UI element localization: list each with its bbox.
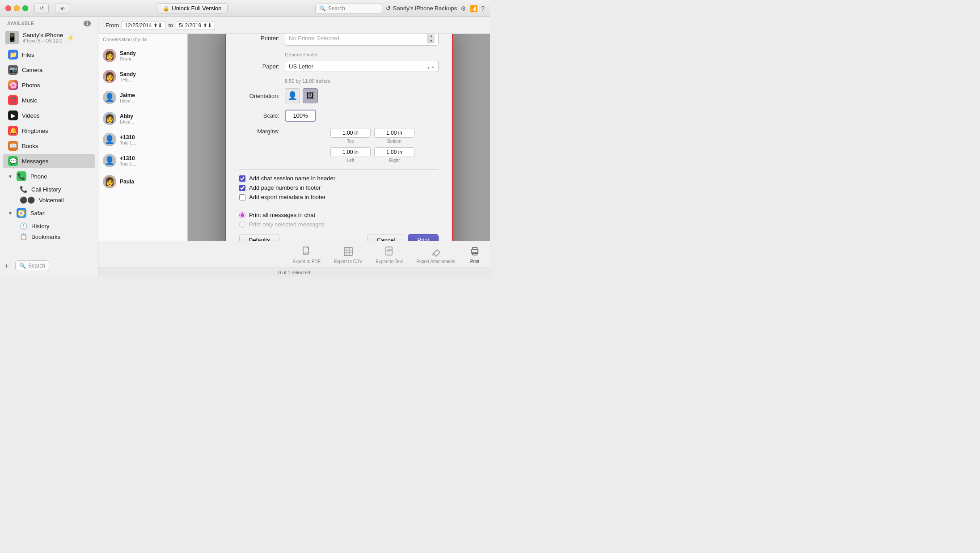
paper-dimensions: 8.50 by 11.00 inches — [285, 78, 439, 84]
radio-all-label: Print all messages in chat — [249, 212, 315, 218]
help-icon[interactable]: ? — [481, 5, 485, 12]
files-label: Files — [22, 51, 34, 58]
print-icon — [469, 245, 481, 258]
sidebar-item-bookmarks[interactable]: 📋 Bookmarks — [0, 231, 98, 242]
device-item[interactable]: 📱 Sandy's iPhone iPhone 8 - iOS 12.2 ⚡ — [0, 28, 98, 47]
device-avatar: 📱 — [5, 31, 19, 44]
landscape-button[interactable]: 🖼 — [303, 88, 318, 103]
close-button[interactable] — [5, 5, 11, 11]
export-csv-button[interactable]: Export to CSV — [334, 245, 362, 264]
paper-select[interactable]: US Letter ▲ ▼ — [285, 61, 439, 72]
videos-icon: ▶ — [8, 111, 18, 120]
conv-item-abby[interactable]: 👩 Abby Liked... — [98, 108, 187, 129]
paper-stepper[interactable]: ▲ ▼ — [427, 63, 435, 70]
unlock-button[interactable]: 🔒 Unlock Full Version — [157, 3, 227, 13]
conv-item-sandy1[interactable]: 👩 Sandy Soyhi... — [98, 45, 187, 66]
sidebar-item-camera[interactable]: 📷 Camera — [3, 63, 95, 77]
conv-preview: Soyhi... — [120, 56, 183, 61]
collapse-arrow-phone: ▼ — [8, 174, 13, 179]
eye-button[interactable]: 👁 — [55, 4, 69, 13]
printer-value: No Printer Selected — [289, 35, 426, 42]
camera-icon: 📷 — [8, 65, 18, 75]
available-badge: 1 — [84, 21, 91, 26]
sidebar-search[interactable]: 🔍 Search — [15, 260, 49, 271]
margin-left-input[interactable] — [330, 147, 371, 157]
conv-name: Sandy — [120, 50, 183, 56]
books-label: Books — [22, 143, 38, 149]
portrait-button[interactable]: 👤 — [285, 88, 300, 103]
sidebar-item-voicemail[interactable]: ⚫⚫ Voicemail — [0, 195, 98, 205]
check-page-numbers-label: Add page numbers in footer — [249, 184, 321, 191]
check-export-metadata[interactable] — [239, 194, 245, 200]
generic-printer-label: Generic Printer — [285, 52, 439, 57]
printer-stepper[interactable]: ▲ ▼ — [427, 34, 435, 43]
phone-icon: 📞 — [17, 171, 26, 181]
conv-item-sandy2[interactable]: 👩 Sandy THE... — [98, 66, 187, 87]
margins-row: Margins: Top Bottom — [239, 128, 439, 163]
minimize-button[interactable] — [14, 5, 20, 11]
print-toolbar-button[interactable]: Print — [469, 245, 481, 264]
add-button[interactable]: + — [3, 262, 11, 270]
lock-icon: 🔒 — [163, 5, 169, 12]
export-attachments-button[interactable]: Export Attachments — [416, 245, 455, 264]
maximize-button[interactable] — [22, 5, 28, 11]
sidebar: AVAILABLE 1 📱 Sandy's iPhone iPhone 8 - … — [0, 17, 98, 276]
conv-item-jaime[interactable]: 👤 Jaime Liked... — [98, 87, 187, 108]
export-pdf-button[interactable]: Export to PDF — [292, 245, 321, 264]
wifi-icon[interactable]: 📶 — [470, 5, 477, 12]
sidebar-item-phone[interactable]: ▼ 📞 Phone — [3, 169, 95, 183]
sidebar-item-files[interactable]: 📁 Files — [3, 47, 95, 62]
check-session-name[interactable] — [239, 175, 245, 182]
conv-item-1310a[interactable]: 👤 +1310 Your L... — [98, 129, 187, 150]
photos-label: Photos — [22, 82, 40, 89]
sidebar-item-messages[interactable]: 💬 Messages — [3, 154, 95, 168]
margin-top-input[interactable] — [330, 128, 371, 138]
export-text-button[interactable]: Export to Text — [376, 245, 403, 264]
csv-icon — [342, 245, 355, 258]
sidebar-item-history[interactable]: 🕐 History — [0, 221, 98, 231]
sidebar-item-safari[interactable]: ▼ 🧭 Safari — [3, 206, 95, 220]
sidebar-item-ringtones[interactable]: 🔔 Ringtones — [3, 123, 95, 138]
conv-name-1310b: +1310 — [120, 155, 183, 162]
messages-icon: 💬 — [8, 156, 18, 166]
radio-all-messages[interactable] — [239, 212, 245, 218]
check-page-numbers[interactable] — [239, 185, 245, 191]
to-date-input[interactable]: 5/ 2/2019 ⬆⬇ — [176, 21, 215, 30]
main-layout: AVAILABLE 1 📱 Sandy's iPhone iPhone 8 - … — [0, 17, 490, 276]
sidebar-item-photos[interactable]: 🌸 Photos — [3, 78, 95, 92]
videos-label: Videos — [22, 112, 40, 119]
sidebar-item-music[interactable]: 🎵 Music — [3, 93, 95, 107]
back-button[interactable]: ↺ — [34, 4, 49, 13]
to-date-stepper: ⬆⬇ — [203, 22, 212, 29]
scale-row: Scale: — [239, 110, 439, 122]
radio-selected-messages[interactable] — [239, 221, 245, 228]
conv-name-abby: Abby — [120, 113, 183, 119]
search-placeholder: Search — [328, 5, 345, 12]
settings-icon[interactable]: ⚙ — [460, 5, 466, 12]
sidebar-item-call-history[interactable]: 📞 Call History — [0, 184, 98, 195]
conv-info-jaime: Jaime Liked... — [120, 92, 183, 103]
sidebar-item-videos[interactable]: ▶ Videos — [3, 108, 95, 123]
print-dialog: Printer: No Printer Selected ▲ ▼ — [225, 34, 453, 241]
conv-name-jaime: Jaime — [120, 92, 183, 98]
paper-row: Paper: US Letter ▲ ▼ — [239, 61, 439, 72]
from-date-input[interactable]: 12/25/2014 ⬆⬇ — [122, 21, 165, 30]
conv-item-1310b[interactable]: 👤 +1310 Your L... — [98, 150, 187, 171]
ringtones-label: Ringtones — [22, 128, 48, 134]
to-date-value: 5/ 2/2019 — [179, 22, 201, 29]
pdf-icon — [300, 245, 313, 258]
sidebar-item-books[interactable]: 📖 Books — [3, 139, 95, 153]
margin-right-input[interactable] — [374, 147, 414, 157]
margin-bottom-input[interactable] — [374, 128, 414, 138]
cancel-button[interactable]: Cancel — [368, 234, 404, 241]
defaults-button[interactable]: Defaults — [239, 234, 279, 241]
csv-label: Export to CSV — [334, 259, 362, 264]
device-sub: iPhone 8 - iOS 12.2 — [23, 38, 63, 43]
print-button[interactable]: Print — [408, 234, 439, 241]
scale-input[interactable] — [285, 110, 316, 122]
conv-item-paula[interactable]: 👩 Paula — [98, 171, 187, 192]
search-box[interactable]: 🔍 Search — [315, 4, 382, 13]
conv-avatar-1310a: 👤 — [103, 133, 116, 146]
conv-info-sandy2: Sandy THE... — [120, 71, 183, 82]
printer-select[interactable]: No Printer Selected ▲ ▼ — [285, 34, 439, 46]
